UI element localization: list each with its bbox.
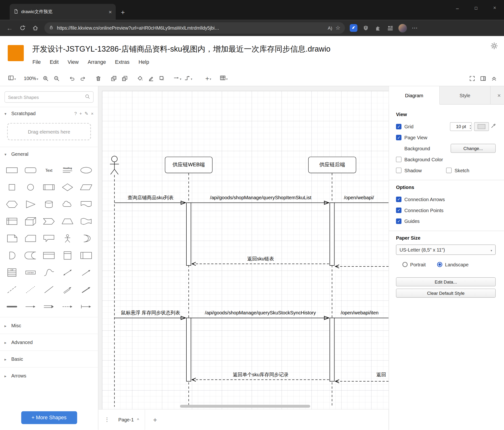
shape-list-item[interactable]: List Item (21, 264, 40, 281)
shape-data-storage[interactable] (21, 247, 40, 264)
shape-cylinder[interactable] (40, 196, 58, 213)
grid-size-input[interactable] (450, 122, 472, 131)
shape-cube[interactable] (21, 213, 40, 230)
shape-dashed-line[interactable] (3, 281, 21, 298)
shape-text[interactable]: Text (40, 161, 58, 178)
shape-line[interactable] (40, 281, 58, 298)
shape-or[interactable] (77, 230, 95, 247)
section-arrows[interactable]: ▸ Arrows (0, 367, 98, 384)
shape-arrow[interactable] (77, 264, 95, 281)
sketch-checkbox[interactable] (446, 168, 452, 173)
grid-checkbox[interactable] (396, 124, 401, 129)
shape-actor[interactable] (58, 230, 77, 247)
shape-rectangle[interactable] (3, 161, 21, 178)
shape-directional-arrow[interactable] (77, 281, 95, 298)
sequence-diagram[interactable] (98, 86, 388, 409)
tab-style[interactable]: Style (440, 86, 491, 104)
undo-button[interactable] (67, 73, 78, 84)
browser-tab[interactable]: drawio文件预览 × (9, 4, 116, 20)
page-tab-caret-icon[interactable]: ^ (137, 417, 139, 423)
section-advanced[interactable]: ▸ Advanced (0, 334, 98, 350)
favorite-star-icon[interactable]: ☆ (335, 25, 341, 31)
message-label[interactable]: /api/goods/shopManage/querySkuStockSyncH… (191, 310, 330, 315)
shape-search-box[interactable] (5, 92, 94, 103)
window-maximize-button[interactable]: □ (467, 0, 485, 16)
shape-step[interactable] (40, 213, 58, 230)
shape-process[interactable] (40, 179, 58, 196)
message-label[interactable]: /open/webapi/iten (341, 310, 389, 315)
more-shapes-button[interactable]: + More Shapes (21, 411, 77, 424)
view-panels-button[interactable]: ▾ (6, 73, 18, 84)
shape-square[interactable] (3, 179, 21, 196)
shape-container[interactable] (40, 247, 58, 264)
shape-dashed-arrow-h[interactable] (58, 298, 77, 315)
change-background-button[interactable]: Change... (450, 144, 496, 153)
shape-vertical-container[interactable] (58, 247, 77, 264)
window-minimize-button[interactable]: – (448, 0, 467, 16)
message-label[interactable]: 返回单个sku库存同步记录 (225, 372, 296, 378)
shape-card[interactable] (21, 230, 40, 247)
participant-backend[interactable]: 供应链后端 (308, 157, 356, 173)
activation-bar[interactable] (330, 203, 334, 266)
page-tab[interactable]: Page-1 ^ (112, 410, 145, 430)
scratchpad-help-icon[interactable]: ? (74, 111, 77, 116)
shadow-checkbox[interactable] (396, 168, 401, 173)
message-label[interactable]: 查询店铺商品sku列表 (116, 195, 185, 201)
guides-checkbox[interactable] (396, 218, 401, 224)
search-icon[interactable] (85, 94, 90, 100)
edit-data-button[interactable]: Edit Data... (396, 277, 496, 286)
window-close-button[interactable]: × (485, 0, 504, 16)
grid-size-stepper[interactable]: ▴ ▾ (470, 123, 471, 129)
shape-diamond[interactable] (58, 179, 77, 196)
connection-points-checkbox[interactable] (396, 207, 401, 213)
theme-toggle-icon[interactable] (491, 43, 498, 51)
section-general[interactable]: ▾ General (0, 147, 98, 161)
clear-default-style-button[interactable]: Clear Default Style (396, 289, 496, 298)
menu-arrange[interactable]: Arrange (88, 59, 106, 65)
shape-arrow-bar[interactable] (77, 298, 95, 315)
shape-link[interactable] (3, 298, 21, 315)
message-label[interactable]: 返回 (372, 372, 388, 378)
shape-document[interactable] (77, 196, 95, 213)
profile-avatar[interactable] (397, 22, 408, 33)
refresh-button[interactable] (17, 22, 28, 33)
scratchpad-dropzone[interactable]: Drag elements here (7, 123, 91, 140)
tab-close-icon[interactable]: × (108, 9, 112, 15)
home-button[interactable] (30, 22, 41, 33)
shape-note[interactable] (3, 230, 21, 247)
shape-callout[interactable] (40, 230, 58, 247)
shape-tape[interactable] (77, 213, 95, 230)
scratchpad-close-icon[interactable]: × (91, 111, 94, 116)
fullscreen-button[interactable] (467, 73, 478, 84)
landscape-radio[interactable] (437, 262, 442, 267)
add-page-button[interactable]: + (150, 414, 161, 425)
fill-color-button[interactable] (135, 73, 145, 84)
horizontal-scrollbar[interactable] (180, 405, 310, 408)
shape-horizontal-container[interactable] (77, 247, 95, 264)
connection-style-button[interactable]: ▾ (172, 73, 183, 84)
extension-blue-icon[interactable] (348, 22, 359, 33)
message-label[interactable]: 返回sku链表 (227, 256, 295, 262)
scratchpad-add-icon[interactable]: + (80, 111, 82, 116)
shape-triangle[interactable] (21, 196, 40, 213)
read-aloud-icon[interactable]: A) (328, 25, 333, 31)
url-text[interactable]: https://file.kkview.cn/onlinePreview?url… (57, 25, 324, 31)
shape-arrow-h[interactable] (21, 298, 40, 315)
waypoint-style-button[interactable]: ▾ (183, 73, 194, 84)
message-label[interactable]: 鼠标悬浮 库存同步状态列表 (111, 310, 190, 316)
shape-rounded-rectangle[interactable] (21, 161, 40, 178)
zoom-in-button[interactable] (40, 73, 51, 84)
portrait-radio[interactable] (402, 262, 408, 267)
to-back-button[interactable] (119, 73, 130, 84)
stepper-down-icon[interactable]: ▾ (470, 126, 471, 129)
extension-shield-icon[interactable]: T (360, 22, 371, 33)
message-label[interactable]: /api/goods/shopManage/queryShopItemSkuLi… (193, 195, 328, 200)
menu-extras[interactable]: Extras (115, 59, 130, 65)
shape-parallelogram[interactable] (77, 179, 95, 196)
shape-hexagon[interactable] (3, 196, 21, 213)
shape-heading[interactable]: Heading (58, 161, 77, 178)
shadow-button[interactable] (157, 73, 168, 84)
redo-button[interactable] (77, 73, 88, 84)
shape-double-arrow[interactable] (58, 281, 77, 298)
shape-internal-storage[interactable] (3, 213, 21, 230)
